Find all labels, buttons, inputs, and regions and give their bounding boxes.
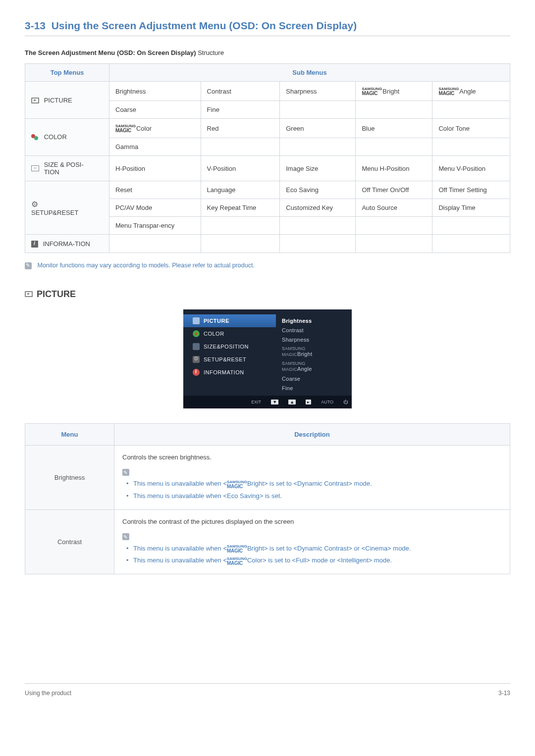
section-title-text: Using the Screen Adjustment Menu (OSD: O… [52, 20, 357, 31]
desc-contrast: Controls the contrast of the pictures di… [114, 509, 510, 574]
brightness-note-1: This menu is unavailable when <SAMSUNGMA… [133, 478, 502, 490]
contrast-lead: Controls the contrast of the pictures di… [122, 517, 502, 527]
cell-eco: Eco Saving [280, 181, 356, 199]
row-info-label: INFORMA-TION [43, 240, 93, 248]
cell-reset: Reset [109, 181, 201, 199]
cell-offtimer: Off Timer On/Off [356, 181, 432, 199]
note-icon [122, 533, 129, 540]
cell-empty [356, 217, 432, 235]
magic-mag: MAGIC [362, 91, 382, 96]
osd-up-icon: ▲ [288, 400, 296, 404]
row-picture: PICTURE [25, 82, 109, 119]
osd-bright-suffix: Bright [297, 351, 313, 357]
cell-menuh: Menu H-Position [356, 156, 432, 181]
cell-empty [356, 101, 432, 119]
cell-empty [356, 235, 432, 253]
osd-coarse: Coarse [282, 374, 346, 384]
cell-empty [432, 217, 510, 235]
magic-bright-suffix: Bright [382, 88, 399, 95]
osd-left-panel: PICTURE COLOR SIZE&POSITION SETUP&RESET … [183, 309, 276, 395]
footer-rule [25, 683, 510, 684]
desc-row-brightness: Brightness [25, 445, 114, 509]
magic-mag4: MAGIC [282, 352, 297, 357]
magic-mag7: MAGIC [227, 549, 247, 553]
cell-gamma: Gamma [109, 138, 201, 156]
cell-transparency: Menu Transpar-ency [109, 217, 201, 235]
brightness-notes: This menu is unavailable when <SAMSUNGMA… [122, 478, 502, 503]
size-icon [193, 343, 200, 350]
contrast-notes: This menu is unavailable when <SAMSUNGMA… [122, 543, 502, 567]
c2b: Color> is set to <Full> mode or <Intelli… [247, 556, 392, 564]
structure-subheading: The Screen Adjustment Menu (OSD: On Scre… [25, 49, 510, 56]
menu-structure-table: Top Menus Sub Menus PICTURE Brightness C… [25, 63, 510, 253]
cell-empty [280, 101, 356, 119]
cell-empty [280, 138, 356, 156]
row-size: SIZE & POSI-TION [25, 156, 109, 181]
cell-contrast: Contrast [201, 82, 280, 101]
magic-mag3: MAGIC [115, 128, 136, 133]
color-icon [193, 330, 200, 337]
description-table: Menu Description Brightness Controls the… [25, 423, 510, 574]
cell-empty [109, 235, 201, 253]
cell-empty [201, 138, 280, 156]
cell-hpos: H-Position [109, 156, 201, 181]
footer-left: Using the product [25, 690, 71, 697]
magic-sam4: SAMSUNG [282, 346, 306, 351]
osd-power-icon: ⏻ [343, 400, 348, 404]
cell-blue: Blue [356, 119, 432, 138]
osd-sharpness: Sharpness [282, 335, 346, 345]
picture-heading-text: PICTURE [37, 289, 76, 300]
picture-icon [193, 317, 200, 324]
row-info: INFORMA-TION [25, 235, 109, 253]
picture-icon [25, 291, 33, 297]
magic-mag2: MAGIC [438, 91, 459, 96]
row-picture-label: PICTURE [44, 97, 72, 104]
osd-magicbright: SAMSUNGMAGICBright [282, 345, 346, 359]
cell-imgsize: Image Size [280, 156, 356, 181]
row-color: COLOR [25, 119, 109, 156]
magic-angle-suffix: Angle [459, 88, 476, 95]
cell-offtimerset: Off Timer Setting [432, 181, 510, 199]
cell-pcav: PC/AV Mode [109, 199, 201, 217]
cell-empty [432, 235, 510, 253]
color-icon [31, 134, 39, 141]
cell-sharpness: Sharpness [280, 82, 356, 101]
osd-nav-picture: PICTURE [183, 314, 276, 327]
subheading-bold: The Screen Adjustment Menu (OSD: On Scre… [25, 49, 196, 56]
cell-green: Green [280, 119, 356, 138]
cell-empty [432, 101, 510, 119]
row-color-label: COLOR [44, 133, 67, 141]
osd-nav-color: COLOR [183, 327, 276, 340]
page-footer: Using the product 3-13 [25, 687, 510, 697]
cell-empty [201, 217, 280, 235]
gear-icon: ⚙ [31, 200, 38, 209]
cell-disptime: Display Time [432, 199, 510, 217]
magic-color-suffix: Color [136, 125, 152, 132]
osd-right-panel: Brightness Contrast Sharpness SAMSUNGMAG… [276, 309, 352, 395]
brightness-lead: Controls the screen brightness. [122, 453, 502, 463]
magic-mag8: MAGIC [227, 561, 247, 565]
row-setup: ⚙ SETUP&RESET [25, 181, 109, 235]
cell-custom: Customized Key [280, 199, 356, 217]
osd-contrast: Contrast [282, 326, 346, 335]
osd-angle-suffix: Angle [297, 366, 312, 372]
cell-autosrc: Auto Source [356, 199, 432, 217]
cell-empty [356, 138, 432, 156]
osd-nav-size: SIZE&POSITION [183, 340, 276, 353]
cell-brightness: Brightness [109, 82, 201, 101]
c1b: Bright> is set to <Dynamic Contrast> or … [247, 545, 411, 552]
th-sub-menus: Sub Menus [109, 64, 510, 82]
header-rule [25, 36, 510, 36]
osd-picture-label: PICTURE [204, 318, 229, 324]
cell-language: Language [201, 181, 280, 199]
magic-mag6: MAGIC [227, 484, 247, 489]
cell-red: Red [201, 119, 280, 138]
osd-enter-icon: ▸ [306, 400, 311, 404]
cell-empty [280, 235, 356, 253]
cell-fine: Fine [201, 101, 280, 119]
info-icon [31, 241, 38, 248]
magic-mag5: MAGIC [282, 367, 297, 372]
desc-row-contrast: Contrast [25, 509, 114, 574]
note-icon [25, 262, 32, 269]
cell-magic-color: SAMSUNGMAGICColor [109, 119, 201, 138]
